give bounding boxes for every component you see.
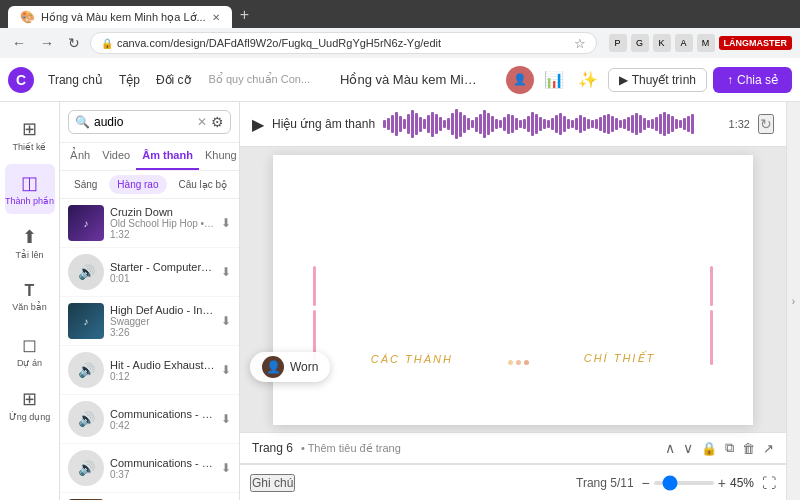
menu-doi-co[interactable]: Đối cỡ: [148, 69, 199, 91]
share-icon: ↑: [727, 73, 733, 87]
tab-am-thanh[interactable]: Âm thanh: [136, 143, 199, 170]
forward-button[interactable]: →: [36, 33, 58, 53]
canvas-content[interactable]: CÁC THÀNH CHÍ THIẾT 👤: [240, 147, 786, 432]
notes-button[interactable]: Ghi chú: [250, 474, 295, 492]
audio-duration: 1:32: [729, 118, 750, 130]
add-page-label[interactable]: • Thêm tiêu đề trang: [301, 442, 401, 455]
track-info-1: Cruzin Down Old School Hip Hop • Dreamy …: [110, 206, 215, 240]
right-sidebar-toggle[interactable]: ›: [786, 102, 800, 500]
tab-video[interactable]: Video: [96, 143, 136, 170]
sidebar-item-van-ban[interactable]: T Văn bản: [5, 272, 55, 322]
van-ban-label: Văn bản: [12, 302, 47, 312]
external-page-button[interactable]: ↗: [763, 441, 774, 456]
list-item[interactable]: 🔊 Hit - Audio Exhaust (Wide Hit) 0:12 ⬇: [60, 346, 239, 395]
thuyet-trinh-button[interactable]: ▶ Thuyết trình: [608, 68, 707, 92]
tai-len-icon: ⬆: [22, 226, 37, 248]
track-duration-6: 0:37: [110, 469, 215, 480]
track-title-6: Communications - audio visual - d...: [110, 457, 215, 469]
worn-avatar: 👤: [262, 356, 284, 378]
list-item[interactable]: 🔊 Communications - audio visual - d... 0…: [60, 444, 239, 493]
canvas-area: ▶ Hiệu ứng âm thanh 1:32 ↻ CÁC THÀNH: [240, 102, 786, 500]
chevron-right-icon: ›: [792, 296, 795, 307]
zoom-in-button[interactable]: +: [718, 475, 726, 491]
copy-page-button[interactable]: ⧉: [725, 440, 734, 456]
topbar-title: Hồng và Màu kem Minh họa Lớp Khoa học Gi…: [320, 72, 500, 87]
zoom-out-button[interactable]: −: [642, 475, 650, 491]
sidebar-item-thiet-ke[interactable]: ⊞ Thiết kế: [5, 110, 55, 160]
list-item[interactable]: 🔊 Communications - audio visual - ... 0:…: [60, 395, 239, 444]
ext-icon-5[interactable]: M: [697, 34, 715, 52]
track-info-2: Starter - Computer Integrated Au... 0:01: [110, 261, 215, 284]
new-tab-button[interactable]: +: [232, 2, 257, 28]
bookmark-icon[interactable]: ☆: [574, 36, 586, 51]
sidebar-item-tai-len[interactable]: ⬆ Tải lên: [5, 218, 55, 268]
refresh-button[interactable]: ↻: [64, 33, 84, 53]
subtab-sang[interactable]: Sáng: [66, 175, 105, 194]
ext-icon-2[interactable]: G: [631, 34, 649, 52]
address-bar[interactable]: 🔒 canva.com/design/DAFdAfl9W2o/Fugkq_Uud…: [90, 32, 597, 54]
audio-refresh-button[interactable]: ↻: [758, 114, 774, 134]
subtab-cau-lac-bo[interactable]: Câu lạc bộ: [171, 175, 236, 194]
tab-close-icon[interactable]: ✕: [212, 12, 220, 23]
page-control-bar: Trang 6 • Thêm tiêu đề trang ∧ ∨ 🔒 ⧉ 🗑 ↗: [240, 432, 786, 464]
zoom-control: − + 45%: [642, 475, 754, 491]
search-box[interactable]: 🔍 ✕ ⚙: [68, 110, 231, 134]
track-download-icon-6[interactable]: ⬇: [221, 461, 231, 475]
current-audio-title: Hiệu ứng âm thanh: [272, 117, 375, 131]
magic-icon-btn[interactable]: ✨: [574, 66, 602, 93]
list-item[interactable]: ♪ Innerspace 5 Happy • Inspiring 0:05 ⬇: [60, 493, 239, 500]
slide-text-1: CÁC THÀNH: [371, 353, 453, 365]
menu-trang-chu[interactable]: Trang chủ: [40, 69, 111, 91]
sidebar-item-thanh-phan[interactable]: ◫ Thành phần: [5, 164, 55, 214]
lock-page-button[interactable]: 🔒: [701, 441, 717, 456]
ung-dung-label: Ứng dụng: [9, 412, 51, 422]
play-button[interactable]: ▶: [252, 115, 264, 134]
sidebar-item-du-an[interactable]: ◻ Dự án: [5, 326, 55, 376]
topbar-right: 👤 📊 ✨ ▶ Thuyết trình ↑ Chia sẻ: [506, 66, 792, 94]
search-input[interactable]: [94, 115, 193, 129]
track-duration-3: 3:26: [110, 327, 215, 338]
track-download-icon-4[interactable]: ⬇: [221, 363, 231, 377]
thiet-ke-icon: ⊞: [22, 118, 37, 140]
ext-icon-1[interactable]: P: [609, 34, 627, 52]
track-title-1: Cruzin Down: [110, 206, 215, 218]
subtab-hang-rao[interactable]: Hàng rao: [109, 175, 166, 194]
active-tab[interactable]: 🎨 Hồng và Màu kem Minh họa Lớ... ✕: [8, 6, 232, 28]
tab-khung[interactable]: Khung: [199, 143, 239, 170]
menu-tep[interactable]: Tệp: [111, 69, 148, 91]
ext-icon-3[interactable]: K: [653, 34, 671, 52]
share-button[interactable]: ↑ Chia sẻ: [713, 67, 792, 93]
search-clear-icon[interactable]: ✕: [197, 115, 207, 129]
panel-subtabs: Sáng Hàng rao Câu lạc bộ Audi ›: [60, 171, 239, 199]
zoom-slider[interactable]: [654, 481, 714, 485]
sidebar-item-ung-dung[interactable]: ⊞ Ứng dụng: [5, 380, 55, 430]
fullscreen-button[interactable]: ⛶: [762, 475, 776, 491]
tab-anh[interactable]: Ảnh: [64, 143, 96, 170]
thanh-phan-icon: ◫: [21, 172, 38, 194]
track-thumb-4: 🔊: [68, 352, 104, 388]
list-item[interactable]: 🔊 Starter - Computer Integrated Au... 0:…: [60, 248, 239, 297]
track-download-icon-3[interactable]: ⬇: [221, 314, 231, 328]
worn-text: Worn: [290, 360, 318, 374]
track-download-icon-1[interactable]: ⬇: [221, 216, 231, 230]
list-item[interactable]: ♪ High Def Audio - Instrumental Swagger …: [60, 297, 239, 346]
track-download-icon-2[interactable]: ⬇: [221, 265, 231, 279]
track-download-icon-5[interactable]: ⬇: [221, 412, 231, 426]
delete-page-button[interactable]: 🗑: [742, 441, 755, 456]
track-thumb-1: ♪: [68, 205, 104, 241]
audio-control-bar: ▶ Hiệu ứng âm thanh 1:32 ↻: [240, 102, 786, 147]
track-subtitle-3: Swagger: [110, 316, 215, 327]
ext-icon-4[interactable]: A: [675, 34, 693, 52]
back-button[interactable]: ←: [8, 33, 30, 53]
van-ban-icon: T: [25, 282, 35, 300]
chart-icon-btn[interactable]: 📊: [540, 66, 568, 93]
sidebar-icons: ⊞ Thiết kế ◫ Thành phần ⬆ Tải lên T Văn …: [0, 102, 60, 500]
list-item[interactable]: ♪ Cruzin Down Old School Hip Hop • Dream…: [60, 199, 239, 248]
slide-canvas: CÁC THÀNH CHÍ THIẾT: [273, 155, 753, 425]
tai-len-label: Tải lên: [15, 250, 43, 260]
track-title-4: Hit - Audio Exhaust (Wide Hit): [110, 359, 215, 371]
audio-list: ♪ Cruzin Down Old School Hip Hop • Dream…: [60, 199, 239, 500]
page-nav-up[interactable]: ∧: [665, 440, 675, 456]
filter-settings-icon[interactable]: ⚙: [211, 114, 224, 130]
page-nav-down[interactable]: ∨: [683, 440, 693, 456]
